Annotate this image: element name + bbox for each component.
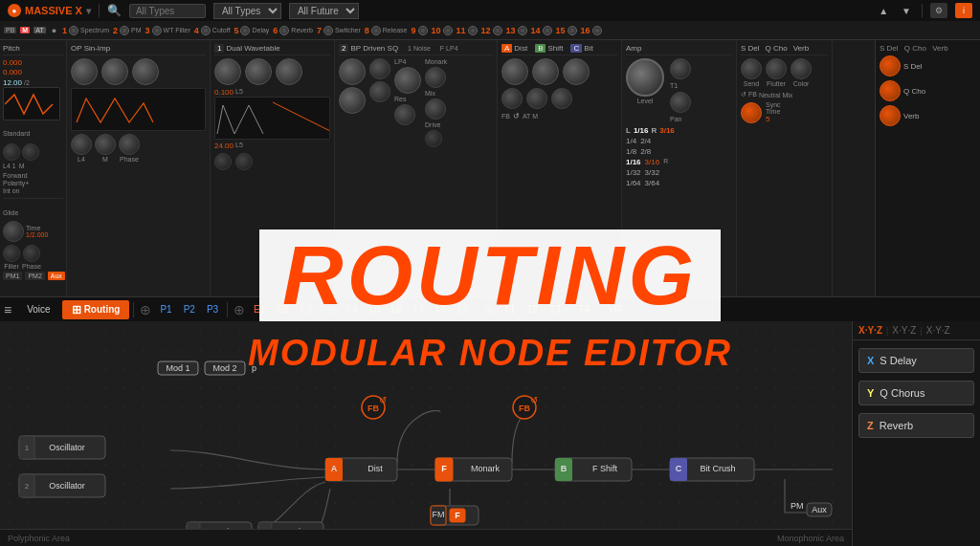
- sync-knob[interactable]: [741, 102, 762, 123]
- glide-filter-knob[interactable]: [3, 245, 20, 262]
- tab-t4[interactable]: T4: [574, 302, 595, 317]
- osc3-knob2[interactable]: [339, 87, 366, 114]
- xyz-tab2[interactable]: X·Y·Z: [892, 325, 916, 336]
- tab-t3[interactable]: T3: [545, 302, 566, 317]
- node-editor[interactable]: Mod 1 Mod 2 p 1 Oscillator 2 Oscillator …: [0, 321, 852, 546]
- macro-knob-16[interactable]: [592, 26, 602, 35]
- verb-knob[interactable]: [880, 105, 901, 126]
- pan-knob[interactable]: [670, 92, 691, 113]
- osc1-knob2[interactable]: [101, 58, 128, 85]
- tab-e3[interactable]: E3: [296, 302, 317, 317]
- search-input[interactable]: [129, 4, 206, 18]
- tab-vr[interactable]: VR: [603, 302, 626, 317]
- dist-knob2[interactable]: [532, 58, 559, 85]
- osc2-knob3[interactable]: [276, 58, 302, 85]
- tab-t1[interactable]: T1: [500, 302, 521, 317]
- tab-l6[interactable]: L6: [387, 302, 407, 317]
- tab-p2[interactable]: P2: [179, 302, 200, 317]
- tab-e1[interactable]: E1: [249, 302, 270, 317]
- send-knob[interactable]: [741, 58, 762, 79]
- color-knob[interactable]: [791, 58, 812, 79]
- qcho-knob[interactable]: [880, 80, 901, 101]
- aux-btn[interactable]: Aux: [48, 272, 65, 280]
- macro-knob-9[interactable]: [418, 26, 428, 35]
- macro-knob-11[interactable]: [468, 26, 478, 35]
- glide-knob[interactable]: [3, 221, 24, 242]
- pb-badge[interactable]: PB: [4, 27, 16, 33]
- tab-voice[interactable]: Voice: [17, 301, 59, 317]
- noise-knob2[interactable]: [369, 81, 390, 102]
- phase-knob[interactable]: [22, 143, 39, 161]
- menu-icon[interactable]: ≡: [4, 302, 11, 317]
- pm2-btn[interactable]: PM2: [25, 272, 44, 280]
- tab-l9[interactable]: L9: [453, 302, 473, 317]
- tab-l4[interactable]: L4: [343, 302, 363, 317]
- dist-knob3[interactable]: [563, 58, 590, 85]
- fx-knob6[interactable]: [551, 88, 572, 109]
- macro-knob-12[interactable]: [493, 26, 502, 35]
- m-badge[interactable]: M: [20, 27, 30, 33]
- macro-knob-3[interactable]: [152, 26, 162, 35]
- lp4-res[interactable]: [394, 104, 415, 125]
- tab-l5[interactable]: L5: [365, 302, 385, 317]
- glide-phase-knob[interactable]: [23, 245, 40, 262]
- osc1-knob3[interactable]: [132, 58, 159, 85]
- macro-knob-10[interactable]: [443, 26, 453, 35]
- macro-knob-15[interactable]: [568, 26, 577, 35]
- osc1-knob6[interactable]: [119, 134, 140, 155]
- macro-knob-7[interactable]: [323, 26, 333, 35]
- nav-up-button[interactable]: ▲: [876, 6, 891, 16]
- xyz-tab-active[interactable]: X·Y·Z: [858, 325, 882, 336]
- tab-l8[interactable]: L8: [431, 302, 451, 317]
- macro-knob-6[interactable]: [279, 26, 289, 35]
- tab-l7[interactable]: L7: [409, 302, 429, 317]
- pm1-btn[interactable]: PM1: [3, 272, 22, 280]
- tab-p3[interactable]: P3: [202, 302, 223, 317]
- macro-knob-4[interactable]: [201, 26, 211, 35]
- filter-knob[interactable]: [3, 143, 20, 161]
- sdel-knob[interactable]: [880, 55, 901, 76]
- monark-mix[interactable]: [425, 98, 446, 120]
- x-fx-box[interactable]: X S Delay: [858, 348, 974, 373]
- osc2-small-knob1[interactable]: [214, 153, 232, 170]
- macro-knob-2[interactable]: [120, 26, 129, 35]
- macro-knob-8[interactable]: [371, 26, 381, 35]
- osc1-knob1[interactable]: [71, 58, 98, 85]
- flutter-knob[interactable]: [766, 58, 787, 79]
- t1-knob[interactable]: [670, 58, 691, 79]
- osc2-small-knob2[interactable]: [235, 153, 253, 170]
- t14: 1/4: [626, 137, 636, 145]
- macro-knob-1[interactable]: [69, 26, 78, 35]
- osc3-knob1[interactable]: [339, 58, 366, 85]
- tab-p1[interactable]: P1: [155, 302, 176, 317]
- macro-knob-5[interactable]: [240, 26, 250, 35]
- noise-knob1[interactable]: [369, 58, 390, 79]
- settings-icon[interactable]: ⚙: [930, 3, 947, 18]
- monark-drive[interactable]: [425, 130, 442, 147]
- osc2-knob2[interactable]: [245, 58, 272, 85]
- tab-t2[interactable]: T2: [522, 302, 543, 317]
- tab-routing[interactable]: ⊞ Routing: [62, 300, 130, 319]
- nav-down-button[interactable]: ▼: [899, 6, 914, 16]
- y-fx-box[interactable]: Y Q Chorus: [858, 381, 974, 405]
- search-icon[interactable]: 🔍: [107, 4, 122, 17]
- osc1-knob5[interactable]: [95, 134, 116, 155]
- fx-knob5[interactable]: [526, 88, 547, 109]
- fx-knob4[interactable]: [501, 88, 523, 109]
- dist-knob1[interactable]: [501, 58, 528, 85]
- amp-level-knob[interactable]: [626, 58, 664, 97]
- xyz-tab3[interactable]: X·Y·Z: [926, 325, 950, 336]
- macro-knob-13[interactable]: [518, 26, 527, 35]
- tab-e2[interactable]: E2: [272, 302, 293, 317]
- monark-knob1[interactable]: [425, 67, 446, 88]
- z-fx-box[interactable]: Z Reverb: [858, 413, 974, 438]
- macro-knob-14[interactable]: [543, 26, 552, 35]
- info-icon[interactable]: i: [955, 3, 972, 18]
- dropdown-arrow[interactable]: ▾: [86, 6, 91, 16]
- osc2-knob1[interactable]: [214, 58, 241, 85]
- lp4-cutoff[interactable]: [394, 67, 421, 94]
- future-filter-dropdown[interactable]: All Future: [289, 3, 359, 19]
- at-badge[interactable]: AT: [33, 27, 45, 33]
- osc1-knob4[interactable]: [71, 134, 92, 155]
- type-filter-dropdown[interactable]: All Types: [213, 3, 281, 19]
